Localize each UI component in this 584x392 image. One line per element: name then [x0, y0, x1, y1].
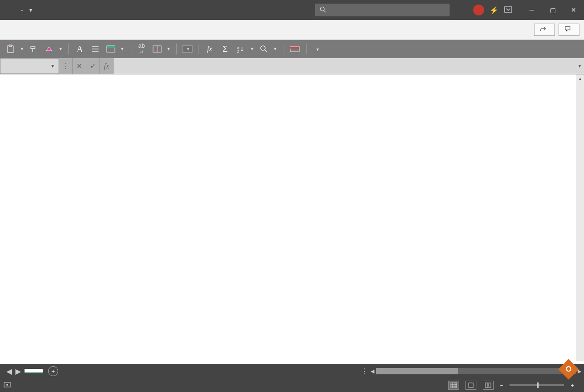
scrollbar-thumb[interactable]	[376, 368, 458, 374]
formula-bar-row: ▼ ⋮ ✕ ✓ fx ▾	[0, 58, 584, 74]
search-icon	[320, 6, 326, 14]
dropdown-icon[interactable]: ▼	[29, 8, 33, 13]
share-button[interactable]	[534, 24, 555, 36]
formula-bar[interactable]	[114, 58, 575, 74]
chevron-down-icon[interactable]: ▼	[20, 47, 24, 51]
separator: -	[21, 6, 23, 14]
ribbon-tabs	[0, 20, 584, 40]
chevron-down-icon[interactable]: ▼	[120, 47, 124, 51]
zoom-slider[interactable]	[510, 384, 564, 386]
sheet-tab-bar: ◀ ▶ + ⋮ ◀ ▶	[0, 364, 584, 378]
document-title-area[interactable]: - ▼	[18, 6, 33, 14]
number-group-icon[interactable]	[105, 43, 117, 55]
user-area: ⚡	[468, 5, 512, 15]
avatar[interactable]	[473, 5, 484, 15]
insert-function-icon[interactable]: fx	[204, 43, 216, 55]
sheet-tab-active[interactable]	[25, 369, 43, 373]
minimize-button[interactable]: ─	[521, 0, 542, 20]
close-button[interactable]: ✕	[563, 0, 584, 20]
merge-icon[interactable]	[151, 43, 163, 55]
svg-point-14	[261, 46, 265, 50]
addins-icon[interactable]	[289, 43, 301, 55]
expand-formula-bar-icon[interactable]: ▾	[575, 58, 584, 74]
insert-function-icon[interactable]: fx	[100, 58, 114, 74]
font-icon[interactable]: A	[74, 43, 86, 55]
prev-sheet-icon[interactable]: ◀	[6, 367, 12, 376]
accept-formula-icon[interactable]: ✓	[86, 58, 100, 74]
zoom-out-button[interactable]: −	[500, 382, 504, 389]
svg-rect-27	[489, 383, 491, 387]
cancel-formula-icon[interactable]: ✕	[73, 58, 86, 74]
svg-rect-4	[9, 45, 12, 47]
maximize-button[interactable]: ▢	[542, 0, 563, 20]
tab-review[interactable]	[92, 20, 106, 40]
number-format-dropdown[interactable]: ▾	[182, 45, 193, 53]
scroll-right-icon[interactable]: ▶	[578, 368, 581, 374]
vertical-scrollbar[interactable]: ▲	[576, 74, 584, 361]
page-break-view-button[interactable]	[483, 381, 494, 390]
coming-soon-icon[interactable]: ⚡	[490, 6, 499, 15]
ribbon-mode-icon[interactable]	[504, 6, 512, 14]
svg-line-1	[324, 10, 326, 12]
svg-point-0	[320, 7, 324, 11]
find-icon[interactable]	[258, 43, 270, 55]
title-bar: - ▼ ⚡ ─ ▢ ✕	[0, 0, 584, 20]
share-icon	[540, 26, 546, 34]
svg-line-15	[265, 50, 267, 52]
svg-rect-9	[107, 46, 115, 48]
chevron-down-icon[interactable]: ▼	[250, 47, 254, 51]
more-icon[interactable]: ▾	[312, 43, 324, 55]
svg-point-19	[6, 384, 8, 386]
comments-button[interactable]	[559, 24, 579, 36]
status-bar: − +	[0, 378, 584, 392]
scroll-up-icon[interactable]: ▲	[576, 74, 584, 83]
tab-data[interactable]	[77, 20, 92, 40]
comments-icon	[564, 26, 571, 34]
drag-handle-icon[interactable]: ⋮	[361, 367, 369, 376]
tab-view[interactable]	[106, 20, 121, 40]
svg-rect-25	[469, 383, 473, 387]
autosum-icon[interactable]: Σ	[219, 43, 231, 55]
formula-options-icon[interactable]: ⋮	[59, 58, 73, 74]
page-layout-view-button[interactable]	[465, 381, 476, 390]
svg-rect-26	[485, 383, 488, 387]
clear-icon[interactable]	[43, 43, 55, 55]
svg-text:Z: Z	[237, 49, 239, 53]
normal-view-button[interactable]	[448, 381, 459, 390]
name-box[interactable]: ▼	[0, 58, 59, 74]
wrap-text-icon[interactable]: ab⤶	[136, 43, 148, 55]
chevron-down-icon[interactable]: ▼	[167, 47, 171, 51]
tab-file[interactable]	[5, 20, 19, 40]
spreadsheet-grid[interactable]: ▲	[0, 74, 584, 361]
zoom-in-button[interactable]: +	[570, 382, 574, 389]
tab-home[interactable]	[19, 20, 34, 40]
record-macro-icon[interactable]	[4, 381, 11, 390]
paste-icon[interactable]	[5, 43, 16, 55]
chevron-down-icon[interactable]: ▼	[50, 64, 55, 69]
svg-rect-20	[450, 382, 457, 388]
tab-formulas[interactable]	[63, 20, 77, 40]
quick-toolbar: ▼ ▼ A ▼ ab⤶ ▼ ▾ fx Σ AZ ▼ ▼ ▾	[0, 40, 584, 58]
format-painter-icon[interactable]	[28, 43, 40, 55]
align-icon[interactable]	[89, 43, 101, 55]
sort-icon[interactable]: AZ	[235, 43, 247, 55]
horizontal-scrollbar[interactable]	[376, 368, 576, 374]
search-box[interactable]	[315, 4, 450, 16]
scroll-left-icon[interactable]: ◀	[371, 368, 374, 374]
svg-rect-17	[290, 47, 299, 49]
svg-rect-2	[505, 7, 512, 12]
chevron-down-icon[interactable]: ▼	[59, 47, 63, 51]
chevron-down-icon: ▾	[187, 47, 189, 51]
next-sheet-icon[interactable]: ▶	[15, 367, 21, 376]
tab-page-layout[interactable]	[48, 20, 63, 40]
add-sheet-button[interactable]: +	[48, 366, 58, 376]
tab-developer[interactable]	[121, 20, 135, 40]
chevron-down-icon[interactable]: ▼	[273, 47, 277, 51]
tab-insert[interactable]	[34, 20, 48, 40]
